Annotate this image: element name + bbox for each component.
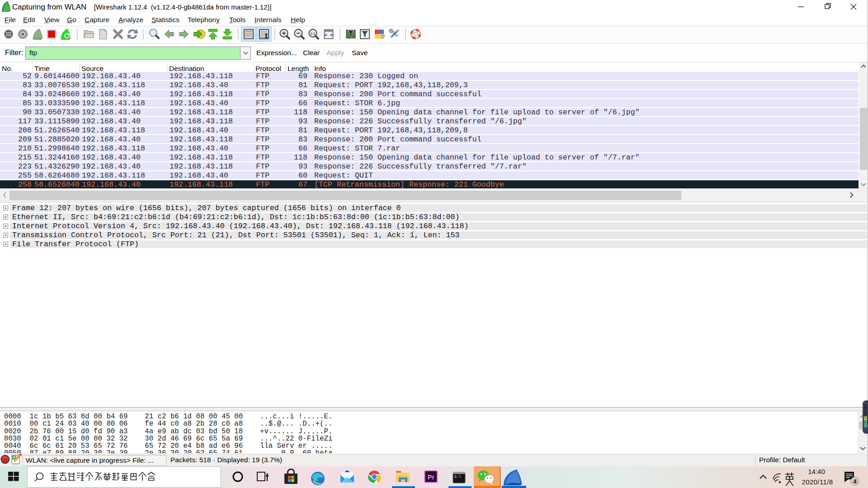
svg-text:Pr: Pr (428, 474, 435, 481)
svg-text:2020/11/8: 2020/11/8 (802, 478, 833, 486)
svg-text:C:\: C:\ (454, 475, 461, 479)
svg-text:14:40: 14:40 (808, 468, 825, 475)
svg-text:1:1: 1:1 (310, 32, 315, 36)
svg-text:4: 4 (853, 478, 857, 485)
